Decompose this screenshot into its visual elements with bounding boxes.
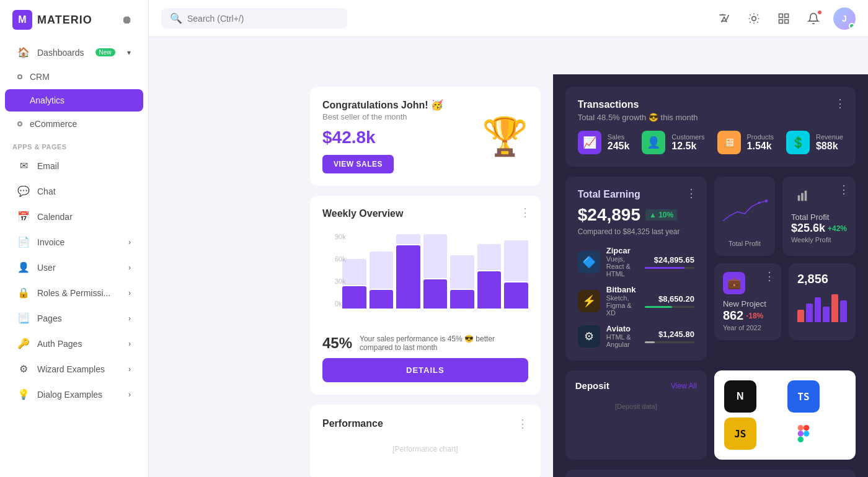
chevron-right-icon: › [128,263,131,272]
congrats-card: Congratulations John! 🥳 Best seller of t… [310,87,541,186]
sidebar-item-dashboards[interactable]: 🏠 Dashboards New ▾ [5,40,143,64]
chevron-right-icon: › [128,339,131,348]
performance-title: Performance [322,418,383,429]
theme-icon[interactable] [744,9,764,28]
aviato-name: Aviato [606,324,639,333]
sidebar-item-label: Pages [37,313,62,323]
products-label: Products [747,133,774,141]
record-icon[interactable]: ⏺ [118,11,136,28]
svg-rect-8 [801,193,804,201]
profit-project-col: Total Profit ⋮ Total Pr [714,177,856,361]
sidebar-item-pages[interactable]: 📃 Pages › [5,306,143,330]
more-options-icon[interactable]: ⋮ [764,269,775,283]
search-input[interactable] [187,14,339,24]
svg-point-0 [752,16,756,20]
trophy-icon: 🏆 [482,115,528,159]
translate-icon[interactable] [714,9,734,28]
total-earning-card: Total Earning ⋮ $24,895 ▲ 10% Compared t… [565,177,707,361]
new-project-row: ⋮ 💼 New Project 862 -18% Year of 2022 2,… [714,263,856,340]
dot-icon [17,121,22,126]
sidebar-logo: M MATERIO ⏺ [0,0,148,40]
bottom-cards-row: Deposit View All [Deposit data] N TS JS [565,370,856,460]
sidebar-item-label: Email [37,161,59,171]
svg-rect-7 [798,195,800,201]
topbar-right: J [714,7,856,30]
left-panel: Congratulations John! 🥳 Best seller of t… [298,74,553,477]
new-badge: New [95,48,115,56]
apps-pages-label: APPS & PAGES [0,136,148,153]
total-profit-title: Total Profit [791,212,847,222]
details-button[interactable]: DETAILS [322,358,528,382]
total-profit-amount: $25.6k +42% [791,222,847,235]
sales-stat: 📈 Sales 245k [578,131,630,154]
avatar[interactable]: J [833,7,856,30]
deposit-view-all[interactable]: View All [671,382,697,390]
bitbank-name: Bitbank [606,285,639,294]
svg-rect-1 [779,14,783,17]
logo-text: MATERIO [37,14,92,27]
products-icon: 🖥 [717,131,741,154]
svg-rect-14 [798,437,804,442]
tech-logos-grid: N TS JS [724,380,846,450]
withdraw-card: Withdraw View All [565,470,856,477]
lock-icon: 🔒 [17,287,30,299]
more-options-icon[interactable]: ⋮ [686,186,697,200]
sidebar-item-crm[interactable]: CRM [5,66,143,88]
sidebar-item-user[interactable]: 👤 User › [5,255,143,279]
weekly-percentage: 45% [322,335,352,352]
svg-rect-3 [779,19,783,23]
chevron-right-icon: › [128,365,131,374]
sidebar-item-label: Dashboards [37,48,84,58]
invoice-icon: 📄 [17,236,30,248]
bell-icon[interactable] [804,9,823,28]
profit-line-chart [723,185,766,235]
chevron-right-icon: › [128,289,131,297]
sidebar-item-ecommerce[interactable]: eCommerce [5,113,143,135]
sidebar-item-label: Analytics [30,95,64,105]
sidebar-item-dialog[interactable]: 💡 Dialog Examples › [5,382,143,406]
bitbank-sub: Sketch, Figma & XD [606,294,639,317]
revenue-stat: 💲 Revenue $88k [786,131,843,154]
bitbank-value: $8,650.20 [645,294,694,304]
sidebar-item-email[interactable]: ✉ Email [5,154,143,178]
transactions-subtitle: Total 48.5% growth 😎 this month [578,113,843,122]
transactions-card: Transactions Total 48.5% growth 😎 this m… [565,87,856,167]
typescript-logo: TS [787,380,820,413]
sidebar-item-calendar[interactable]: 📅 Calendar [5,204,143,229]
sidebar-item-label: Wizard Examples [37,364,105,374]
svg-rect-10 [798,425,804,431]
dialog-icon: 💡 [17,388,30,400]
sidebar: M MATERIO ⏺ 🏠 Dashboards New ▾ CRM Analy… [0,0,149,477]
customers-stat: 👤 Customers 12.5k [642,131,704,154]
email-icon: ✉ [17,160,30,172]
performance-card: Performance ⋮ [Performance chart] [310,405,541,477]
more-options-icon[interactable]: ⋮ [520,206,531,219]
zipcar-sub: Vuejs, React & HTML [606,255,639,278]
sidebar-item-auth[interactable]: 🔑 Auth Pages › [5,331,143,356]
grid-icon[interactable] [774,9,794,28]
sidebar-item-roles[interactable]: 🔒 Roles & Permissi... › [5,281,143,305]
search-bar: 🔍 [161,8,347,28]
sidebar-item-label: Chat [37,186,56,196]
sidebar-item-invoice[interactable]: 📄 Invoice › [5,230,143,254]
deposit-title: Deposit [575,380,609,391]
profit-cards-row: Total Profit ⋮ Total Pr [714,177,856,256]
right-panel: Transactions Total 48.5% growth 😎 this m… [553,74,868,477]
sidebar-item-analytics[interactable]: Analytics [5,89,143,112]
more-options-icon[interactable]: ⋮ [517,417,528,431]
more-options-icon[interactable]: ⋮ [835,97,846,110]
chat-icon: 💬 [17,185,30,197]
logo-icon: M [12,10,32,30]
sidebar-item-chat[interactable]: 💬 Chat [5,179,143,203]
zipcar-name: Zipcar [606,246,639,255]
more-options-icon[interactable]: ⋮ [838,183,849,196]
svg-point-5 [765,199,768,203]
customers-label: Customers [671,133,704,141]
products-value: 1.54k [747,141,774,152]
revenue-icon: 💲 [786,131,810,154]
view-sales-button[interactable]: VIEW SALES [322,155,394,173]
sidebar-item-wizard[interactable]: ⚙ Wizard Examples › [5,357,143,381]
earning-list: 🔷 Zipcar Vuejs, React & HTML $24,895.65 … [578,246,694,348]
new-project-value: 862 -18% [723,309,773,323]
revenue-value: $88k [816,141,843,152]
